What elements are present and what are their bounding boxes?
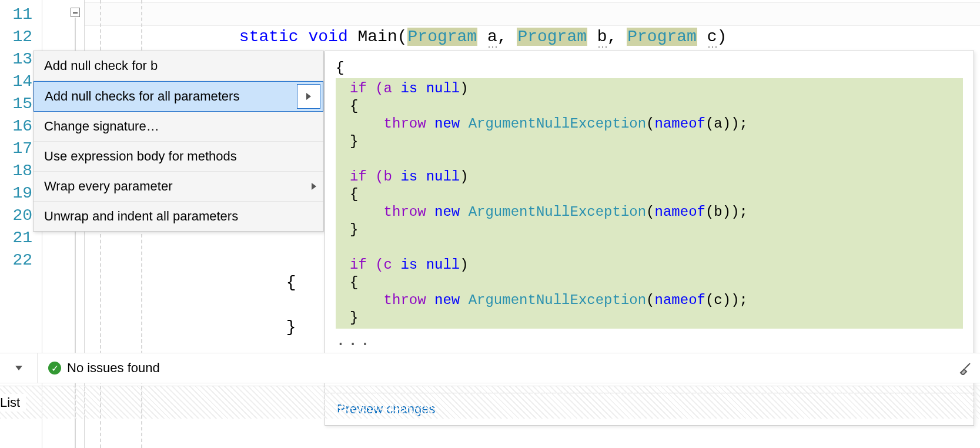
qa-item-label: Change signature… — [44, 119, 159, 133]
method-name: Main — [358, 28, 397, 46]
qa-item-label: Add null check for b — [44, 58, 158, 73]
type-name: Program — [627, 28, 697, 46]
line-number: 16 — [0, 115, 32, 138]
collapse-icon[interactable] — [71, 8, 80, 17]
brace: { — [336, 59, 963, 77]
brace: } — [286, 318, 296, 336]
nav-dropdown[interactable] — [0, 353, 38, 383]
editor-status-strip: ✓ No issues found — [0, 353, 980, 383]
chevron-down-icon — [15, 366, 22, 370]
line-number: 21 — [0, 227, 32, 249]
line-number: 18 — [0, 160, 32, 182]
ellipsis-icon: ··· — [336, 330, 963, 353]
line-number: 13 — [0, 48, 32, 71]
code-line[interactable]: static void Main(Program a, Program b, P… — [85, 4, 980, 26]
qa-item-add-null-check-b[interactable]: Add null check for b — [34, 51, 323, 81]
type-name: Program — [407, 28, 478, 46]
param-name: a — [487, 28, 497, 46]
qa-item-wrap-parameters[interactable]: Wrap every parameter — [34, 172, 323, 202]
toolwindow-tab-strip[interactable]: List — [0, 386, 980, 419]
qa-item-expression-body[interactable]: Use expression body for methods — [34, 142, 323, 172]
qa-item-expander[interactable] — [297, 84, 320, 109]
line-number: 12 — [0, 26, 32, 48]
document-health[interactable]: ✓ No issues found — [38, 360, 170, 376]
qa-item-add-null-checks-all[interactable]: Add null checks for all parameters — [34, 81, 323, 112]
health-text: No issues found — [67, 360, 160, 376]
qa-item-unwrap-indent[interactable]: Unwrap and indent all parameters — [34, 202, 323, 231]
line-number: 19 — [0, 182, 32, 205]
qa-item-label: Use expression body for methods — [44, 149, 237, 163]
broom-icon — [958, 361, 972, 375]
line-number: 14 — [0, 71, 32, 93]
param-name: c — [707, 28, 717, 46]
check-circle-icon: ✓ — [48, 362, 61, 375]
qa-item-label: Unwrap and indent all parameters — [44, 209, 238, 223]
qa-item-label: Add null checks for all parameters — [45, 89, 239, 103]
line-number: 17 — [0, 138, 32, 160]
qa-item-change-signature[interactable]: Change signature… — [34, 112, 323, 142]
line-number: 20 — [0, 205, 32, 227]
chevron-right-icon — [312, 183, 316, 190]
refactor-preview-body: { if (a is null) { throw new ArgumentNul… — [325, 51, 974, 393]
qa-item-label: Wrap every parameter — [44, 179, 172, 193]
chevron-right-icon — [306, 93, 311, 100]
type-name: Program — [517, 28, 587, 46]
param-name: b — [597, 28, 607, 46]
line-number: 22 — [0, 249, 32, 272]
keyword: void — [308, 28, 347, 46]
diff-block: if (a is null) { throw new ArgumentNullE… — [336, 78, 963, 329]
line-number: 11 — [0, 4, 32, 26]
line-number: 15 — [0, 93, 32, 115]
quick-actions-menu[interactable]: Add null check for b Add null checks for… — [33, 51, 324, 232]
keyword: static — [239, 28, 299, 46]
code-cleanup-button[interactable] — [951, 356, 980, 380]
toolwindow-tab-label[interactable]: List — [0, 394, 26, 412]
